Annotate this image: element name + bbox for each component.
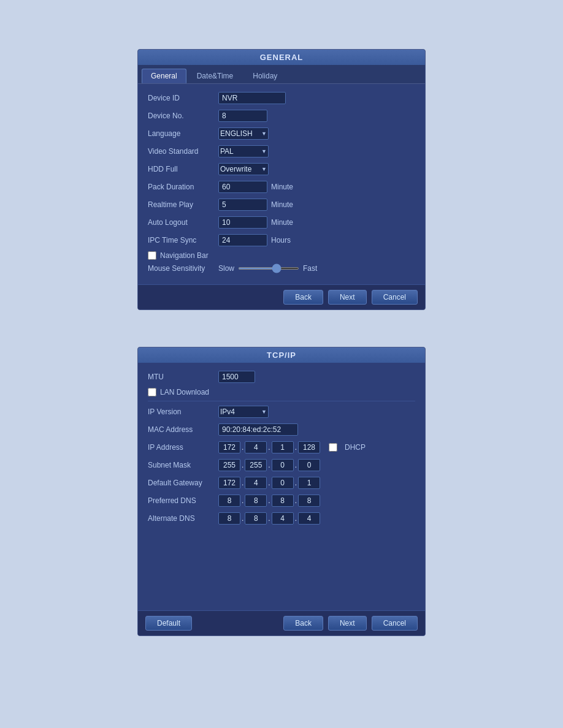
subnet-mask-label: Subnet Mask bbox=[148, 461, 218, 469]
tcpip-footer-right: Back Next Cancel bbox=[283, 616, 418, 631]
lan-download-label: LAN Download bbox=[160, 388, 209, 396]
pack-duration-unit: Minute bbox=[271, 183, 293, 191]
lan-download-checkbox[interactable] bbox=[148, 388, 156, 396]
mac-address-input[interactable] bbox=[218, 423, 298, 436]
pack-duration-label: Pack Duration bbox=[148, 183, 218, 191]
hdd-full-row: HDD Full Overwrite Stop ▼ bbox=[148, 162, 415, 176]
auto-logout-label: Auto Logout bbox=[148, 218, 218, 227]
default-gateway-label: Default Gateway bbox=[148, 479, 218, 487]
default-gateway-row: Default Gateway . . . bbox=[148, 476, 415, 490]
alternate-dns-octet-4[interactable] bbox=[298, 512, 320, 525]
general-tabs: General Date&Time Holiday bbox=[138, 65, 425, 84]
preferred-dns-octet-2[interactable] bbox=[245, 495, 267, 507]
preferred-dns-octet-3[interactable] bbox=[272, 495, 294, 507]
mouse-sensitivity-slow: Slow bbox=[218, 264, 234, 273]
language-select[interactable]: ENGLISH CHINESE SPANISH bbox=[218, 127, 269, 140]
dhcp-checkbox[interactable] bbox=[329, 443, 337, 452]
tcpip-cancel-button[interactable]: Cancel bbox=[372, 616, 418, 631]
mtu-label: MTU bbox=[148, 373, 218, 381]
pack-duration-input[interactable] bbox=[218, 181, 267, 193]
alternate-dns-row: Alternate DNS . . . bbox=[148, 512, 415, 525]
tcpip-back-button[interactable]: Back bbox=[283, 616, 323, 631]
general-next-button[interactable]: Next bbox=[328, 290, 367, 305]
ip-address-row: IP Address . . . DHCP bbox=[148, 441, 415, 454]
mac-address-label: MAC Address bbox=[148, 425, 218, 434]
video-standard-row: Video Standard PAL NTSC ▼ bbox=[148, 145, 415, 158]
subnet-mask-octet-2[interactable] bbox=[245, 459, 267, 471]
default-gateway-octet-4[interactable] bbox=[298, 477, 320, 489]
mouse-sensitivity-fast: Fast bbox=[303, 264, 317, 273]
tab-datetime[interactable]: Date&Time bbox=[188, 69, 243, 83]
ip-version-row: IP Version IPv4 IPv6 ▼ bbox=[148, 405, 415, 419]
hdd-full-select-wrapper: Overwrite Stop ▼ bbox=[218, 163, 269, 175]
default-gateway-fields: . . . bbox=[218, 477, 320, 489]
general-content: Device ID Device No. Language ENGLISH CH… bbox=[138, 84, 425, 284]
tcpip-content: MTU LAN Download IP Version IPv4 IPv6 ▼ bbox=[138, 363, 425, 610]
device-no-input[interactable] bbox=[218, 110, 267, 122]
mtu-input[interactable] bbox=[218, 371, 255, 383]
default-gateway-octet-1[interactable] bbox=[218, 477, 240, 489]
pack-duration-row: Pack Duration Minute bbox=[148, 180, 415, 194]
preferred-dns-octet-1[interactable] bbox=[218, 495, 240, 507]
tcpip-default-button[interactable]: Default bbox=[145, 616, 192, 631]
device-no-label: Device No. bbox=[148, 112, 218, 120]
ip-version-label: IP Version bbox=[148, 408, 218, 416]
subnet-mask-octet-3[interactable] bbox=[272, 459, 294, 471]
video-standard-select-wrapper: PAL NTSC ▼ bbox=[218, 145, 269, 157]
ipc-time-sync-input[interactable] bbox=[218, 234, 267, 246]
ip-address-octet-3[interactable] bbox=[272, 441, 294, 453]
mac-address-row: MAC Address bbox=[148, 423, 415, 436]
preferred-dns-row: Preferred DNS . . . bbox=[148, 494, 415, 507]
alternate-dns-octet-1[interactable] bbox=[218, 512, 240, 525]
default-gateway-octet-3[interactable] bbox=[272, 477, 294, 489]
realtime-play-label: Realtime Play bbox=[148, 200, 218, 209]
general-footer: Back Next Cancel bbox=[138, 284, 425, 309]
alternate-dns-label: Alternate DNS bbox=[148, 514, 218, 523]
hdd-full-label: HDD Full bbox=[148, 165, 218, 173]
alternate-dns-octet-3[interactable] bbox=[272, 512, 294, 525]
tcpip-spacer bbox=[148, 529, 415, 603]
alternate-dns-octet-2[interactable] bbox=[245, 512, 267, 525]
subnet-mask-row: Subnet Mask . . . bbox=[148, 458, 415, 472]
language-row: Language ENGLISH CHINESE SPANISH ▼ bbox=[148, 127, 415, 140]
auto-logout-unit: Minute bbox=[271, 218, 293, 227]
hdd-full-select[interactable]: Overwrite Stop bbox=[218, 163, 269, 175]
realtime-play-unit: Minute bbox=[271, 200, 293, 209]
tcpip-title: TCP/IP bbox=[138, 347, 425, 363]
ipc-time-sync-row: IPC Time Sync Hours bbox=[148, 233, 415, 247]
general-panel: GENERAL General Date&Time Holiday Device… bbox=[137, 49, 426, 310]
ip-address-fields: . . . bbox=[218, 441, 320, 453]
mtu-row: MTU bbox=[148, 370, 415, 384]
subnet-mask-octet-1[interactable] bbox=[218, 459, 240, 471]
preferred-dns-label: Preferred DNS bbox=[148, 496, 218, 505]
ip-address-octet-4[interactable] bbox=[298, 441, 320, 453]
general-back-button[interactable]: Back bbox=[283, 290, 323, 305]
default-gateway-octet-2[interactable] bbox=[245, 477, 267, 489]
tab-holiday[interactable]: Holiday bbox=[243, 69, 286, 83]
ipc-time-sync-label: IPC Time Sync bbox=[148, 236, 218, 245]
tcpip-divider-1 bbox=[148, 401, 415, 401]
preferred-dns-fields: . . . bbox=[218, 495, 320, 507]
realtime-play-input[interactable] bbox=[218, 199, 267, 211]
ip-version-select-wrapper: IPv4 IPv6 ▼ bbox=[218, 406, 269, 418]
tcpip-panel: TCP/IP MTU LAN Download IP Version IPv4 … bbox=[137, 347, 426, 636]
ip-version-select[interactable]: IPv4 IPv6 bbox=[218, 406, 269, 418]
mouse-sensitivity-label: Mouse Sensitivity bbox=[148, 264, 218, 273]
language-select-wrapper: ENGLISH CHINESE SPANISH ▼ bbox=[218, 127, 269, 140]
tab-general[interactable]: General bbox=[142, 69, 186, 83]
navigation-bar-label: Navigation Bar bbox=[160, 251, 209, 260]
video-standard-select[interactable]: PAL NTSC bbox=[218, 145, 269, 157]
ip-address-octet-1[interactable] bbox=[218, 441, 240, 453]
device-id-input[interactable] bbox=[218, 92, 286, 104]
subnet-mask-octet-4[interactable] bbox=[298, 459, 320, 471]
general-cancel-button[interactable]: Cancel bbox=[372, 290, 418, 305]
auto-logout-row: Auto Logout Minute bbox=[148, 216, 415, 229]
alternate-dns-fields: . . . bbox=[218, 512, 320, 525]
ip-address-octet-2[interactable] bbox=[245, 441, 267, 453]
lan-download-row: LAN Download bbox=[148, 388, 415, 396]
auto-logout-input[interactable] bbox=[218, 216, 267, 229]
tcpip-next-button[interactable]: Next bbox=[328, 616, 367, 631]
mouse-sensitivity-slider[interactable] bbox=[238, 267, 299, 270]
preferred-dns-octet-4[interactable] bbox=[298, 495, 320, 507]
navigation-bar-checkbox[interactable] bbox=[148, 251, 156, 260]
